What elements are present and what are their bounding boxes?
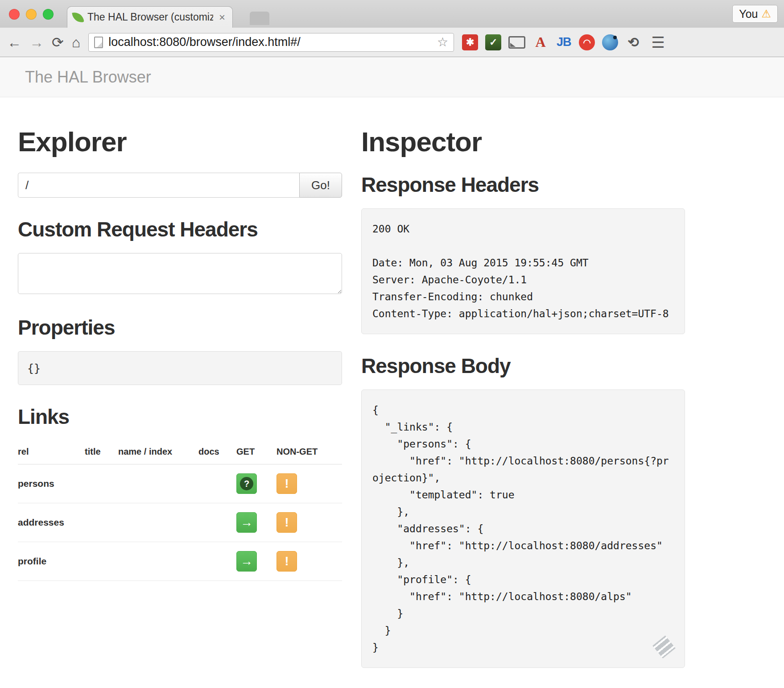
background-tab[interactable]: [250, 12, 269, 25]
exclamation-icon: !: [285, 478, 289, 490]
jb-extension-icon[interactable]: JB: [556, 34, 572, 50]
custom-headers-textarea[interactable]: [18, 253, 342, 294]
swirl-extension-icon[interactable]: ◠: [579, 34, 595, 50]
menu-icon[interactable]: ☰: [651, 33, 664, 51]
table-row: profile → !: [18, 542, 342, 581]
home-button[interactable]: ⌂: [72, 35, 80, 50]
column-header-nonget: NON-GET: [276, 440, 342, 464]
response-body-text: { "_links": { "persons": { "href": "http…: [372, 402, 674, 656]
get-button[interactable]: ?: [236, 473, 257, 494]
column-header-get: GET: [236, 440, 276, 464]
main-content: Explorer Go! Custom Request Headers Prop…: [0, 97, 784, 668]
extension-icons: ✱ ✓ A JB ◠ ⟲: [462, 34, 641, 50]
explorer-panel: Explorer Go! Custom Request Headers Prop…: [18, 115, 342, 668]
question-icon: ?: [240, 477, 253, 490]
browser-tab-strip: The HAL Browser (customiz × You ⚠: [0, 0, 784, 28]
non-get-button[interactable]: !: [276, 551, 297, 572]
history-sync-icon[interactable]: ⟲: [625, 34, 641, 50]
link-rel: persons: [18, 464, 85, 503]
links-title: Links: [18, 405, 342, 429]
non-get-button[interactable]: !: [276, 473, 297, 494]
bookmark-star-icon[interactable]: ☆: [437, 35, 448, 50]
link-rel: addresses: [18, 503, 85, 542]
site-header: The HAL Browser: [0, 57, 784, 97]
letter-a-extension-icon[interactable]: A: [532, 34, 549, 50]
column-header-title: title: [85, 440, 118, 464]
forward-button[interactable]: →: [29, 35, 44, 50]
tab-title: The HAL Browser (customiz: [87, 11, 213, 23]
response-headers-title: Response Headers: [361, 173, 685, 197]
exclamation-icon: !: [285, 555, 289, 568]
site-title: The HAL Browser: [25, 68, 151, 87]
profile-you-button[interactable]: You ⚠: [732, 5, 778, 23]
page-icon: [94, 37, 103, 48]
response-body-well: { "_links": { "persons": { "href": "http…: [361, 390, 685, 668]
column-header-name-index: name / index: [118, 440, 198, 464]
minimize-window-button[interactable]: [26, 9, 37, 20]
go-button[interactable]: Go!: [299, 173, 342, 198]
reload-button[interactable]: ⟳: [52, 35, 64, 50]
checkmark-extension-icon[interactable]: ✓: [485, 34, 501, 50]
table-row: addresses → !: [18, 503, 342, 542]
tab-close-icon[interactable]: ×: [217, 11, 227, 24]
link-rel: profile: [18, 542, 85, 581]
window-controls: [9, 9, 54, 20]
asterisk-extension-icon[interactable]: ✱: [462, 34, 478, 50]
inspector-title: Inspector: [361, 126, 685, 157]
back-button[interactable]: ←: [7, 35, 21, 50]
get-button[interactable]: →: [236, 512, 257, 533]
explorer-address-input[interactable]: [18, 173, 299, 198]
properties-value: {}: [18, 351, 342, 385]
globe-extension-icon[interactable]: [602, 34, 618, 50]
non-get-button[interactable]: !: [276, 512, 297, 533]
arrow-right-icon: →: [240, 516, 253, 529]
column-header-rel: rel: [18, 440, 85, 464]
response-headers-well: 200 OK Date: Mon, 03 Aug 2015 19:55:45 G…: [361, 208, 685, 334]
browser-toolbar: ← → ⟳ ⌂ localhost:8080/browser/index.htm…: [0, 28, 784, 57]
zoom-window-button[interactable]: [43, 9, 54, 20]
get-button[interactable]: →: [236, 551, 257, 572]
address-bar[interactable]: localhost:8080/browser/index.html#/ ☆: [88, 33, 454, 52]
warning-icon: ⚠: [761, 8, 771, 20]
explorer-title: Explorer: [18, 126, 342, 157]
you-label: You: [739, 8, 758, 21]
response-body-title: Response Body: [361, 354, 685, 378]
column-header-docs: docs: [198, 440, 236, 464]
properties-title: Properties: [18, 315, 342, 340]
spring-leaf-favicon-icon: [72, 11, 84, 23]
arrow-right-icon: →: [240, 555, 253, 568]
exclamation-icon: !: [285, 517, 289, 529]
browser-tab[interactable]: The HAL Browser (customiz ×: [67, 6, 233, 28]
explorer-address-group: Go!: [18, 173, 342, 198]
cast-icon[interactable]: [508, 36, 525, 49]
response-headers-text: 200 OK Date: Mon, 03 Aug 2015 19:55:45 G…: [372, 220, 674, 322]
table-row: persons ? !: [18, 464, 342, 503]
url-text[interactable]: localhost:8080/browser/index.html#/: [108, 35, 432, 49]
links-table: rel title name / index docs GET NON-GET …: [18, 440, 342, 581]
custom-headers-title: Custom Request Headers: [18, 217, 342, 241]
close-window-button[interactable]: [9, 9, 20, 20]
inspector-panel: Inspector Response Headers 200 OK Date: …: [361, 115, 685, 668]
